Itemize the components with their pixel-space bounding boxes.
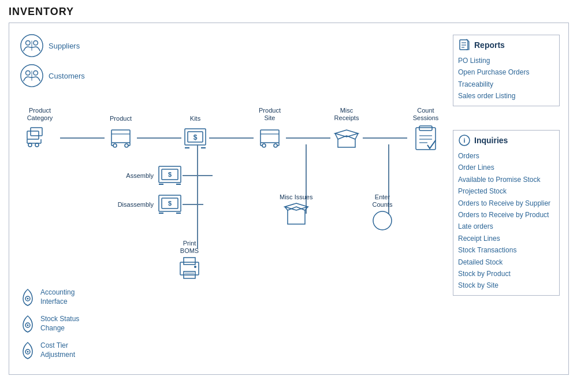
hline-5 <box>363 137 407 139</box>
inquiry-late-orders[interactable]: Late orders <box>458 221 554 232</box>
contacts-section: Suppliers Customers <box>20 33 85 94</box>
product-site-icon <box>256 126 284 150</box>
kits-label-wrap: Kits <box>181 115 209 122</box>
hline-2 <box>137 137 181 139</box>
misc-issues-icon <box>282 202 311 228</box>
product-site-label-wrap: ProductSite <box>254 107 286 122</box>
product-label: Product <box>110 115 132 122</box>
svg-point-63 <box>194 266 196 268</box>
count-sessions-icon <box>411 125 440 151</box>
inquiry-receipt-lines[interactable]: Receipt Lines <box>458 233 554 244</box>
hline-1 <box>60 137 105 139</box>
inquiries-header: i Inquiries <box>458 134 554 147</box>
svg-point-5 <box>26 70 31 75</box>
product-category-label: ProductCategory <box>27 107 53 122</box>
disassembly-hline <box>183 204 203 205</box>
misc-receipts-label: MiscReceipts <box>334 107 359 122</box>
stock-status-change-icon <box>20 315 36 333</box>
inquiry-order-lines[interactable]: Order Lines <box>458 162 554 173</box>
reports-box: Reports PO Listing Open Purchase Orders … <box>453 35 560 106</box>
report-traceability[interactable]: Traceability <box>458 79 554 90</box>
reports-header: Reports <box>458 39 554 51</box>
inquiry-stock-by-site[interactable]: Stock by Site <box>458 280 554 291</box>
reports-icon <box>458 39 471 51</box>
count-sessions-label-wrap: CountSessions <box>407 107 444 122</box>
disassembly-icon: $ <box>157 193 183 215</box>
bottom-items: AccountingInterface Stock StatusChange C <box>20 288 79 360</box>
inquiry-detailed-stock[interactable]: Detailed Stock <box>458 256 554 268</box>
svg-point-37 <box>274 144 277 147</box>
product-icon <box>107 126 135 150</box>
inquiry-orders-to-receive-by-supplier[interactable]: Orders to Receive by Supplier <box>458 198 554 209</box>
cost-tier-adjustment-item[interactable]: Cost TierAdjustment <box>20 341 79 360</box>
flow-icons-row: $ <box>20 125 444 151</box>
inquiries-list: Orders Order Lines Available to Promise … <box>458 150 554 292</box>
kits-icon-wrap[interactable]: $ <box>181 126 209 150</box>
kits-icon: $ <box>183 126 208 150</box>
suppliers-icon <box>20 33 44 58</box>
svg-point-69 <box>27 351 29 353</box>
svg-text:$: $ <box>168 171 172 178</box>
product-site-icon-wrap[interactable] <box>254 126 286 150</box>
accounting-interface-icon <box>20 288 36 307</box>
svg-point-57 <box>373 211 392 230</box>
product-icon-wrap[interactable] <box>105 126 137 150</box>
hline-4 <box>286 137 330 139</box>
reports-title: Reports <box>474 40 505 50</box>
assembly-item[interactable]: Assembly $ <box>113 165 213 187</box>
report-open-purchase-orders[interactable]: Open Purchase Orders <box>458 66 554 78</box>
customers-item[interactable]: Customers <box>20 64 85 88</box>
misc-issues-item[interactable]: Misc Issues <box>280 193 312 228</box>
svg-rect-34 <box>260 130 279 143</box>
inquiry-stock-transactions[interactable]: Stock Transactions <box>458 244 554 256</box>
svg-text:i: i <box>463 137 465 144</box>
misc-issues-label: Misc Issues <box>280 193 312 200</box>
misc-receipts-label-wrap: MiscReceipts <box>330 107 363 122</box>
inquiry-available-to-promise-stock[interactable]: Available to Promise Stock <box>458 174 554 185</box>
inquiry-stock-by-product[interactable]: Stock by Product <box>458 268 554 280</box>
svg-rect-15 <box>31 128 42 136</box>
misc-receipts-icon <box>332 125 361 151</box>
count-sessions-icon-wrap[interactable] <box>407 125 444 151</box>
product-category-label-wrap: ProductCategory <box>20 107 60 122</box>
inquiry-orders-to-receive-by-product[interactable]: Orders to Receive by Product <box>458 209 554 221</box>
customers-label: Customers <box>49 72 85 80</box>
main-content-border: Suppliers Customers <box>9 23 569 375</box>
print-boms-icon <box>177 256 202 280</box>
product-category-icon <box>26 126 54 150</box>
inquiries-box: i Inquiries Orders Order Lines Available… <box>453 130 560 296</box>
inquiry-orders[interactable]: Orders <box>458 150 554 162</box>
svg-point-67 <box>27 325 29 326</box>
print-boms-label: PrintBOMS <box>180 240 199 255</box>
print-boms-item[interactable]: PrintBOMS <box>177 240 202 280</box>
svg-point-1 <box>26 40 31 45</box>
svg-text:$: $ <box>193 133 198 142</box>
svg-point-36 <box>262 144 266 147</box>
assembly-label: Assembly <box>113 172 154 179</box>
product-category-icon-wrap[interactable] <box>20 126 60 150</box>
misc-receipts-icon-wrap[interactable] <box>330 125 363 151</box>
inquiries-title: Inquiries <box>474 136 508 145</box>
report-po-listing[interactable]: PO Listing <box>458 55 554 66</box>
svg-point-65 <box>27 298 29 300</box>
stock-status-change-item[interactable]: Stock StatusChange <box>20 315 79 333</box>
cost-tier-adjustment-icon <box>20 341 36 360</box>
product-site-label: ProductSite <box>259 107 281 122</box>
count-sessions-label: CountSessions <box>413 107 439 122</box>
svg-rect-43 <box>419 126 432 131</box>
enter-counts-item[interactable]: EnterCounts <box>372 193 393 231</box>
svg-point-6 <box>34 70 38 75</box>
svg-point-16 <box>28 143 32 147</box>
stock-status-change-label: Stock StatusChange <box>40 315 79 333</box>
suppliers-item[interactable]: Suppliers <box>20 33 85 58</box>
svg-point-24 <box>125 144 128 147</box>
inquiry-projected-stock[interactable]: Projected Stock <box>458 185 554 197</box>
accounting-interface-item[interactable]: AccountingInterface <box>20 288 79 307</box>
svg-point-17 <box>35 143 39 147</box>
report-sales-order-listing[interactable]: Sales order Listing <box>458 90 554 102</box>
product-label-wrap: Product <box>105 115 137 122</box>
reports-list: PO Listing Open Purchase Orders Traceabi… <box>458 55 554 102</box>
accounting-interface-label: AccountingInterface <box>40 288 75 306</box>
disassembly-item[interactable]: Disassembly $ <box>105 193 203 215</box>
enter-counts-label: EnterCounts <box>373 193 393 209</box>
